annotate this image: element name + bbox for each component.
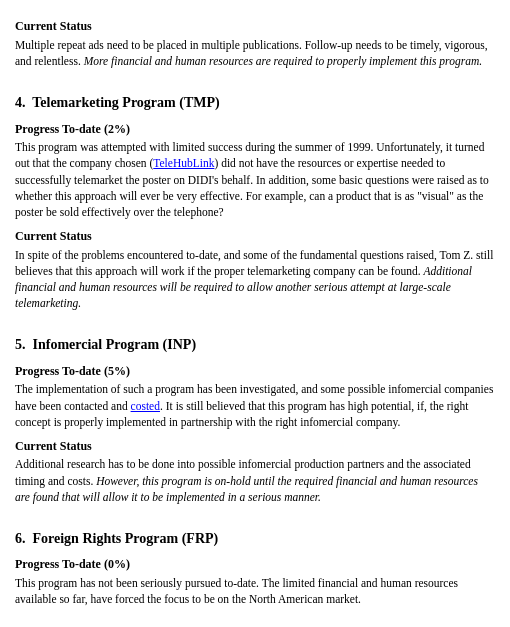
inp-heading: 5. Infomercial Program (INP) bbox=[15, 335, 495, 355]
section-frp: 6. Foreign Rights Program (FRP) Progress… bbox=[15, 529, 495, 627]
intro-italic-text: More financial and human resources are r… bbox=[84, 55, 482, 67]
tmp-progress-body: This program was attempted with limited … bbox=[15, 139, 495, 219]
frp-heading: 6. Foreign Rights Program (FRP) bbox=[15, 529, 495, 549]
current-status-intro-body: Multiple repeat ads need to be placed in… bbox=[15, 37, 495, 69]
current-status-intro: Current Status Multiple repeat ads need … bbox=[15, 18, 495, 69]
tmp-current-status-heading: Current Status bbox=[15, 228, 495, 245]
inp-progress-heading: Progress To-date (5%) bbox=[15, 363, 495, 380]
tmp-status-text1: In spite of the problems encountered to-… bbox=[15, 249, 493, 277]
tmp-progress-heading: Progress To-date (2%) bbox=[15, 121, 495, 138]
tmp-progress-link[interactable]: TeleHubLink bbox=[153, 157, 214, 169]
tmp-heading: 4. Telemarketing Program (TMP) bbox=[15, 93, 495, 113]
inp-progress-link[interactable]: costed bbox=[131, 400, 160, 412]
inp-progress-body: The implementation of such a program has… bbox=[15, 381, 495, 429]
section-tmp: 4. Telemarketing Program (TMP) Progress … bbox=[15, 93, 495, 311]
frp-progress-body: This program has not been seriously purs… bbox=[15, 575, 495, 607]
tmp-current-status-body: In spite of the problems encountered to-… bbox=[15, 247, 495, 311]
frp-progress-heading: Progress To-date (0%) bbox=[15, 556, 495, 573]
inp-current-status-heading: Current Status bbox=[15, 438, 495, 455]
section-inp: 5. Infomercial Program (INP) Progress To… bbox=[15, 335, 495, 505]
inp-current-status-body: Additional research has to be done into … bbox=[15, 456, 495, 504]
current-status-intro-heading: Current Status bbox=[15, 18, 495, 35]
